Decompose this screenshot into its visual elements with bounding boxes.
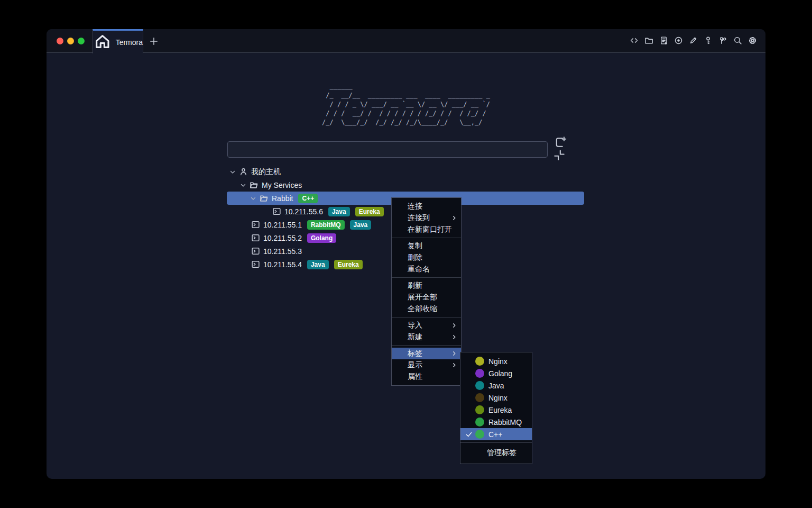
check-placeholder	[465, 406, 473, 414]
tag-color-dot	[475, 357, 484, 366]
toolbar	[630, 29, 757, 53]
code-icon	[630, 36, 639, 47]
check-icon	[465, 431, 473, 438]
key-button[interactable]	[704, 37, 713, 46]
tab-termora[interactable]: Termora	[93, 29, 143, 53]
menu-item-label: 全部收缩	[408, 304, 437, 314]
log-button[interactable]	[659, 37, 668, 46]
tag-option-RabbitMQ[interactable]: RabbitMQ	[460, 416, 532, 428]
menu-item-label: 在新窗口打开	[408, 225, 452, 234]
chevron-down-icon[interactable]	[229, 168, 236, 176]
tab-bar: Termora	[47, 29, 765, 53]
chevron-down-icon[interactable]	[239, 182, 247, 189]
menu-item-label: 展开全部	[408, 293, 437, 302]
menu-item-label: 连接	[408, 202, 422, 211]
tree-item-label: 我的主机	[251, 167, 281, 177]
menu-separator	[392, 317, 461, 318]
menu-item-属性[interactable]: 属性	[392, 371, 461, 383]
menu-item-刷新[interactable]: 刷新	[392, 280, 461, 292]
tag-option-label: Nginx	[488, 394, 508, 402]
menu-item-label: 导入	[408, 321, 422, 330]
tag-option-Java[interactable]: Java	[460, 379, 532, 392]
tree-row--[interactable]: 我的主机	[227, 165, 584, 178]
tree-item-label: 10.211.55.1	[263, 221, 302, 229]
minimize-button[interactable]	[67, 38, 74, 44]
tree-item-label: 10.211.55.4	[263, 260, 302, 269]
host-icon	[251, 260, 260, 269]
tag-color-dot	[475, 430, 484, 439]
close-button[interactable]	[57, 38, 63, 44]
menu-item-导入[interactable]: 导入	[392, 320, 461, 331]
menu-item-label: 显示	[408, 360, 422, 370]
settings-button[interactable]	[748, 37, 757, 46]
menu-item-重命名[interactable]: 重命名	[392, 264, 461, 275]
record-button[interactable]	[674, 37, 683, 46]
add-host-button[interactable]	[554, 137, 567, 150]
tag-option-label: C++	[488, 430, 502, 439]
menu-item-复制[interactable]: 复制	[392, 240, 461, 252]
keychain-button[interactable]	[718, 37, 727, 46]
folder-button[interactable]	[644, 37, 653, 46]
menu-item-label: 属性	[408, 372, 422, 382]
tree-item-label: 10.211.55.6	[284, 207, 323, 216]
settings-icon	[748, 36, 757, 47]
tag-option-label: RabbitMQ	[488, 418, 522, 427]
tag-submenu: NginxGolangJavaNginxEurekaRabbitMQC++管理标…	[460, 352, 532, 464]
chevron-right-icon	[451, 215, 457, 221]
check-placeholder	[465, 419, 473, 426]
tag-color-dot	[475, 369, 484, 378]
tag-option-Nginx[interactable]: Nginx	[460, 355, 532, 367]
zoom-button[interactable]	[78, 38, 85, 44]
tag-badge-Eureka: Eureka	[355, 207, 384, 216]
edit-button[interactable]	[689, 37, 698, 46]
home-icon	[93, 32, 112, 52]
new-tab-button[interactable]	[149, 37, 159, 46]
tag-badge-Golang: Golang	[307, 233, 336, 243]
host-icon	[251, 220, 260, 229]
menu-item-label: 新建	[408, 332, 422, 342]
tag-option-C[interactable]: C++	[460, 428, 532, 440]
keychain-icon	[718, 36, 727, 47]
tag-color-dot	[475, 418, 484, 427]
chevron-right-icon	[451, 334, 457, 340]
record-icon	[674, 36, 683, 47]
chevron-right-icon	[451, 322, 457, 329]
tag-option-label: Golang	[488, 369, 512, 378]
tag-option-Eureka[interactable]: Eureka	[460, 404, 532, 416]
menu-item-在新窗口打开[interactable]: 在新窗口打开	[392, 224, 461, 235]
folder-open-icon	[260, 194, 269, 203]
tag-badge-C: C++	[298, 194, 318, 203]
menu-item-label: 标签	[408, 349, 422, 358]
app-window: Termora ______ /_ __/__ _________ ___ __…	[47, 29, 765, 479]
code-button[interactable]	[630, 37, 639, 46]
add-box-icon	[554, 136, 567, 150]
manage-tags-item[interactable]: 管理标签	[460, 445, 532, 461]
search-row	[227, 141, 585, 158]
menu-item-新建[interactable]: 新建	[392, 331, 461, 343]
chevron-down-icon[interactable]	[250, 195, 257, 202]
menu-item-标签[interactable]: 标签	[392, 348, 461, 359]
collapse-all-button[interactable]	[553, 150, 566, 162]
tag-option-label: Java	[488, 382, 504, 390]
menu-item-展开全部[interactable]: 展开全部	[392, 292, 461, 303]
menu-item-全部收缩[interactable]: 全部收缩	[392, 303, 461, 315]
tag-option-Golang[interactable]: Golang	[460, 367, 532, 379]
search-button[interactable]	[733, 37, 742, 46]
menu-item-连接[interactable]: 连接	[392, 201, 461, 212]
tag-option-label: Eureka	[488, 406, 512, 414]
search-input[interactable]	[227, 141, 548, 158]
menu-item-删除[interactable]: 删除	[392, 252, 461, 264]
tree-row-My-Services[interactable]: My Services	[227, 178, 584, 192]
host-icon	[251, 233, 260, 242]
menu-item-label: 删除	[408, 253, 422, 262]
chevron-right-icon	[451, 350, 457, 357]
user-icon	[239, 167, 248, 176]
folder-icon	[644, 36, 653, 47]
tag-badge-Java: Java	[328, 207, 350, 216]
tag-badge-Eureka: Eureka	[334, 260, 363, 269]
tag-option-Nginx[interactable]: Nginx	[460, 392, 532, 404]
menu-item-连接到[interactable]: 连接到	[392, 212, 461, 224]
menu-item-显示[interactable]: 显示	[392, 359, 461, 371]
check-placeholder	[465, 370, 473, 377]
tree-item-label: 10.211.55.2	[263, 234, 302, 242]
